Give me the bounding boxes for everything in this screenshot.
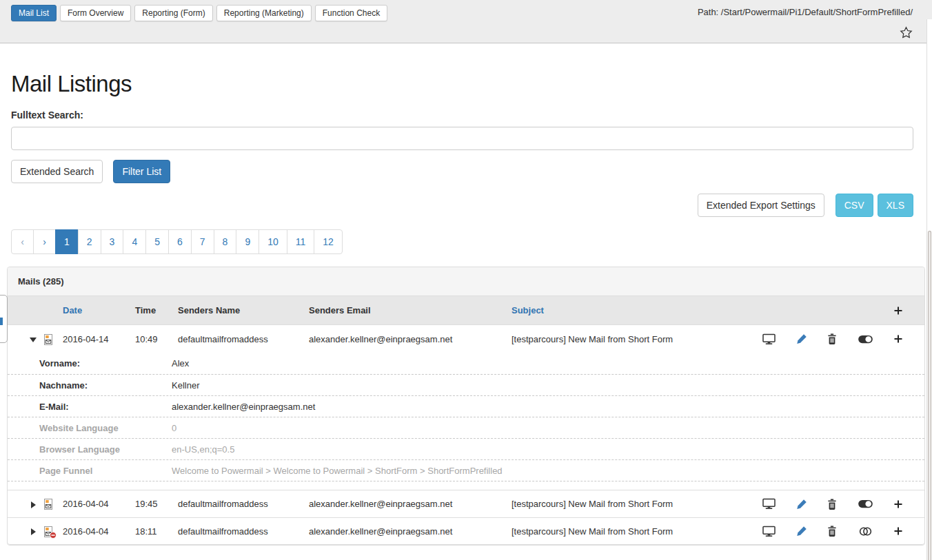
- visibility-toggle-on-icon[interactable]: [858, 499, 873, 509]
- filter-list-button[interactable]: Filter List: [113, 160, 170, 183]
- detail-row: Website Language 0: [8, 417, 924, 438]
- tab-reporting-form[interactable]: Reporting (Form): [134, 5, 212, 21]
- pagination-page-12[interactable]: 12: [314, 229, 343, 254]
- add-icon[interactable]: [893, 334, 903, 344]
- sidebar-collapse-handle[interactable]: [0, 295, 8, 343]
- vertical-scrollbar[interactable]: [926, 19, 932, 560]
- column-header-sender-name: Senders Name: [178, 305, 309, 315]
- mail-sender-email: alexander.kellner@einpraegsam.net: [309, 499, 511, 509]
- mail-date: 2016-04-04: [63, 526, 135, 537]
- detail-value: Welcome to Powermail > Welcome to Powerm…: [172, 466, 914, 476]
- mail-sender-name: defaultmailfromaddess: [178, 526, 309, 537]
- pagination-page-6[interactable]: 6: [168, 229, 192, 254]
- edit-icon[interactable]: [796, 526, 807, 537]
- pagination-prev[interactable]: ‹: [11, 229, 34, 254]
- delete-icon[interactable]: [827, 526, 837, 537]
- mail-time: 18:11: [135, 526, 178, 537]
- edit-icon[interactable]: [796, 499, 807, 510]
- delete-icon[interactable]: [827, 499, 837, 510]
- caret-right-icon[interactable]: [30, 526, 37, 537]
- export-xls-button[interactable]: XLS: [878, 194, 913, 217]
- mail-record-hidden-icon[interactable]: [43, 526, 54, 537]
- extended-search-button[interactable]: Extended Search: [11, 160, 103, 183]
- detail-label: Website Language: [39, 423, 172, 433]
- detail-row: E-Mail: alexander.kellner@einpraegsam.ne…: [8, 395, 924, 417]
- table-header-row: Date Time Senders Name Senders Email Sub…: [8, 296, 924, 325]
- table-row[interactable]: 2016-04-14 10:49 defaultmailfromaddess a…: [8, 325, 924, 353]
- table-row[interactable]: 2016-04-04 18:11 defaultmailfromaddess a…: [8, 517, 924, 545]
- preview-icon[interactable]: [762, 498, 776, 510]
- preview-icon[interactable]: [762, 526, 776, 537]
- mail-time: 10:49: [135, 334, 178, 344]
- tab-function-check[interactable]: Function Check: [315, 5, 387, 21]
- pagination-page-7[interactable]: 7: [191, 229, 214, 254]
- pagination-page-3[interactable]: 3: [101, 229, 124, 254]
- bookmark-star-icon[interactable]: [900, 25, 913, 39]
- tab-reporting-marketing[interactable]: Reporting (Marketing): [216, 5, 312, 21]
- column-header-date[interactable]: Date: [63, 305, 135, 315]
- scrollbar-thumb[interactable]: [928, 231, 931, 560]
- detail-label: Nachname:: [39, 380, 172, 391]
- detail-label: E-Mail:: [39, 402, 172, 412]
- pagination-page-1[interactable]: 1: [55, 229, 79, 254]
- caret-right-icon[interactable]: [30, 499, 37, 509]
- fulltext-search-label: Fulltext Search:: [11, 110, 913, 121]
- pagination-page-10[interactable]: 10: [259, 229, 287, 254]
- mail-subject: [testparcours] New Mail from Short Form: [511, 334, 762, 344]
- column-header-time: Time: [135, 305, 178, 315]
- mail-sender-name: defaultmailfromaddess: [178, 334, 309, 344]
- mail-time: 19:45: [135, 499, 178, 509]
- delete-icon[interactable]: [827, 333, 837, 344]
- export-csv-button[interactable]: CSV: [835, 194, 873, 217]
- doc-header: Mail List Form Overview Reporting (Form)…: [0, 0, 932, 43]
- column-header-sender-email: Senders Email: [309, 305, 511, 315]
- pagination-page-8[interactable]: 8: [214, 229, 237, 254]
- detail-value: Kellner: [172, 380, 914, 391]
- mail-date: 2016-04-04: [63, 499, 135, 509]
- visibility-toggle-on-icon[interactable]: [858, 334, 873, 344]
- fulltext-search-input[interactable]: [11, 127, 913, 150]
- mails-panel: Mails (285) Date Time Senders Name Sende…: [7, 267, 925, 546]
- pagination: ‹ › 1 2 3 4 5 6 7 8 9 10 11 12: [11, 229, 343, 254]
- module-tabs: Mail List Form Overview Reporting (Form)…: [11, 5, 387, 21]
- breadcrumb-path: Path: /Start/Powermail/Pi1/Default/Short…: [698, 5, 913, 20]
- tab-mail-list[interactable]: Mail List: [11, 5, 57, 21]
- mail-record-icon[interactable]: [43, 499, 54, 510]
- detail-value: 0: [172, 423, 914, 433]
- mail-sender-email: alexander.kellner@einpraegsam.net: [309, 526, 511, 537]
- pagination-page-2[interactable]: 2: [78, 229, 101, 254]
- detail-value: Alex: [172, 358, 914, 369]
- detail-row: Nachname: Kellner: [8, 374, 924, 395]
- mail-sender-email: alexander.kellner@einpraegsam.net: [309, 334, 511, 344]
- handle-blue-mark-icon: [0, 318, 3, 325]
- pagination-page-11[interactable]: 11: [287, 229, 315, 254]
- add-icon[interactable]: [893, 526, 903, 536]
- pagination-page-9[interactable]: 9: [236, 229, 259, 254]
- caret-down-icon[interactable]: [30, 334, 37, 344]
- table-row[interactable]: 2016-04-04 19:45 defaultmailfromaddess a…: [8, 490, 924, 517]
- tab-form-overview[interactable]: Form Overview: [60, 5, 131, 21]
- detail-row: Vorname: Alex: [8, 353, 924, 374]
- detail-label: Browser Language: [39, 444, 172, 455]
- visibility-toggle-off-icon[interactable]: [858, 526, 873, 537]
- detail-row: Page Funnel Welcome to Powermail > Welco…: [8, 459, 924, 481]
- detail-label: Page Funnel: [39, 466, 172, 476]
- pagination-page-4[interactable]: 4: [123, 229, 146, 254]
- detail-label: Vorname:: [39, 358, 172, 369]
- column-header-subject[interactable]: Subject: [511, 305, 762, 315]
- mail-record-icon[interactable]: [43, 333, 54, 344]
- add-icon[interactable]: [893, 499, 903, 509]
- pagination-next[interactable]: ›: [33, 229, 56, 254]
- extended-export-settings-button[interactable]: Extended Export Settings: [698, 194, 824, 217]
- mail-date: 2016-04-14: [63, 334, 135, 344]
- mail-sender-name: defaultmailfromaddess: [178, 499, 309, 509]
- page-title: Mail Listings: [11, 71, 913, 97]
- preview-icon[interactable]: [762, 333, 776, 345]
- detail-value: en-US,en;q=0.5: [172, 444, 914, 455]
- detail-value: alexander.kellner@einpraegsam.net: [172, 402, 914, 412]
- pagination-page-5[interactable]: 5: [145, 229, 169, 254]
- edit-icon[interactable]: [796, 333, 807, 344]
- add-column-icon[interactable]: [893, 305, 903, 316]
- detail-row: Browser Language en-US,en;q=0.5: [8, 438, 924, 459]
- mail-subject: [testparcours] New Mail from Short Form: [511, 526, 762, 537]
